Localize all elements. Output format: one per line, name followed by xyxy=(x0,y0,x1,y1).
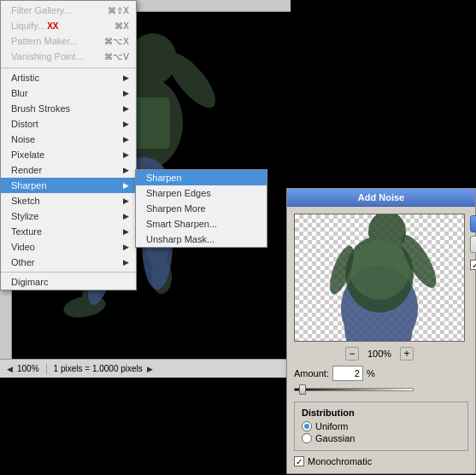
uniform-radio[interactable] xyxy=(302,421,312,431)
sharpen-submenu: Sharpen Sharpen Edges Sharpen More Smart… xyxy=(135,169,267,248)
monochromatic-label: Monochromatic xyxy=(308,456,372,466)
dialog-body: − 100% + OK Cancel Preview Amount: % xyxy=(287,207,475,473)
dialog-titlebar: Add Noise xyxy=(287,189,475,207)
preview-area xyxy=(294,214,465,342)
menu-item-liquify[interactable]: Liquify... XX ⌘X xyxy=(1,18,136,33)
menu-item-texture[interactable]: Texture ▶ xyxy=(1,224,136,239)
menu-item-distort[interactable]: Distort ▶ xyxy=(1,116,136,132)
svg-point-18 xyxy=(350,240,409,300)
status-separator xyxy=(46,364,47,374)
slider-track xyxy=(294,388,414,391)
gaussian-radio[interactable] xyxy=(302,433,312,443)
menu-sep-1 xyxy=(1,67,136,68)
cancel-button[interactable]: Cancel xyxy=(470,236,476,253)
menu-item-sketch[interactable]: Sketch ▶ xyxy=(1,193,136,208)
monochromatic-row: Monochromatic xyxy=(294,456,468,466)
filter-menu: Filter Gallery... ⌘⇧X Liquify... XX ⌘X P… xyxy=(0,0,137,290)
nav-left-arrow[interactable]: ◀ xyxy=(5,365,14,373)
preview-zoom-level: 100% xyxy=(362,349,397,359)
monochromatic-checkbox[interactable] xyxy=(294,456,304,466)
amount-input[interactable] xyxy=(332,366,363,381)
menu-item-artistic[interactable]: Artistic ▶ xyxy=(1,70,136,85)
amount-slider[interactable] xyxy=(294,384,414,395)
menu-item-pixelate[interactable]: Pixelate ▶ xyxy=(1,147,136,162)
menu-item-blur[interactable]: Blur ▶ xyxy=(1,85,136,101)
preview-nav: − 100% + xyxy=(294,347,465,361)
amount-label: Amount: xyxy=(294,368,329,378)
menu-item-stylize[interactable]: Stylize ▶ xyxy=(1,208,136,224)
submenu-item-smart-sharpen[interactable]: Smart Sharpen... xyxy=(136,216,267,232)
gaussian-radio-row: Gaussian xyxy=(302,433,461,443)
uniform-radio-row: Uniform xyxy=(302,421,461,431)
menu-item-noise[interactable]: Noise ▶ xyxy=(1,132,136,147)
menu-item-digimarc[interactable]: Digimarc xyxy=(1,274,136,290)
pixel-info: 1 pixels = 1.0000 pixels xyxy=(54,364,143,373)
menu-item-brush-strokes[interactable]: Brush Strokes ▶ xyxy=(1,101,136,116)
submenu-item-sharpen[interactable]: Sharpen xyxy=(136,170,267,185)
slider-thumb[interactable] xyxy=(299,384,306,395)
menu-item-other[interactable]: Other ▶ xyxy=(1,255,136,270)
menu-item-vanishing-point[interactable]: Vanishing Point... ⌘⌥V xyxy=(1,49,136,64)
preview-checkbox[interactable] xyxy=(470,260,476,270)
menu-item-pattern-maker[interactable]: Pattern Maker... ⌘⌥X xyxy=(1,33,136,49)
ok-button[interactable]: OK xyxy=(470,215,476,232)
submenu-item-sharpen-more[interactable]: Sharpen More xyxy=(136,201,267,216)
distribution-section: Distribution Uniform Gaussian xyxy=(294,402,468,451)
uniform-label: Uniform xyxy=(315,421,349,431)
nav-right-arrow[interactable]: ▶ xyxy=(146,365,155,373)
status-bar: ◀ 100% 1 pixels = 1.0000 pixels ▶ xyxy=(0,359,291,378)
preview-checkbox-row: Preview xyxy=(470,260,476,270)
menu-item-sharpen[interactable]: Sharpen ▶ xyxy=(1,178,136,193)
gaussian-label: Gaussian xyxy=(315,433,355,443)
zoom-in-button[interactable]: + xyxy=(400,347,414,361)
zoom-level: 100% xyxy=(17,364,39,373)
preview-person-svg xyxy=(295,214,464,341)
menu-item-filter-gallery[interactable]: Filter Gallery... ⌘⇧X xyxy=(1,3,136,18)
menu-item-render[interactable]: Render ▶ xyxy=(1,162,136,178)
zoom-out-button[interactable]: − xyxy=(345,347,359,361)
menu-item-video[interactable]: Video ▶ xyxy=(1,239,136,255)
menu-sep-2 xyxy=(1,272,136,273)
submenu-item-sharpen-edges[interactable]: Sharpen Edges xyxy=(136,185,267,201)
amount-row: Amount: % xyxy=(294,366,468,381)
distribution-title: Distribution xyxy=(302,408,461,418)
percent-symbol: % xyxy=(367,368,375,378)
add-noise-dialog: Add Noise xyxy=(286,188,476,474)
submenu-item-unsharp-mask[interactable]: Unsharp Mask... xyxy=(136,232,267,247)
